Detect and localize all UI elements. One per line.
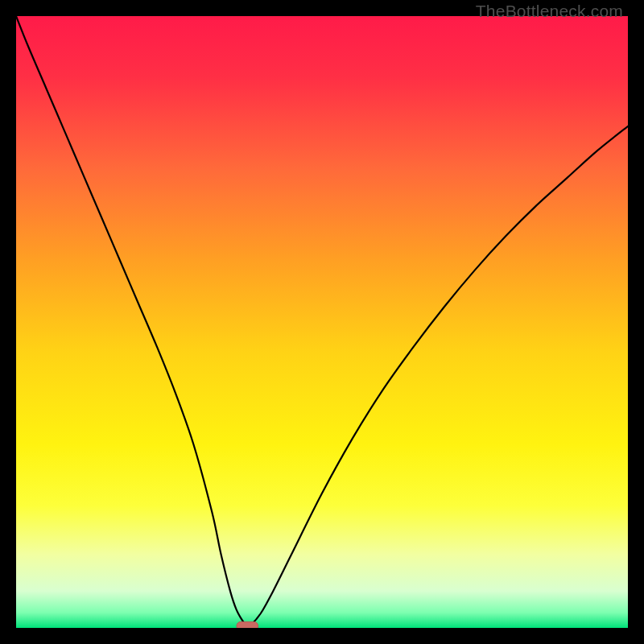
- gradient-background: [16, 16, 628, 628]
- chart-frame: [16, 16, 628, 628]
- min-marker: [237, 621, 258, 628]
- bottleneck-chart: [16, 16, 628, 628]
- watermark-text: TheBottleneck.com: [476, 2, 623, 21]
